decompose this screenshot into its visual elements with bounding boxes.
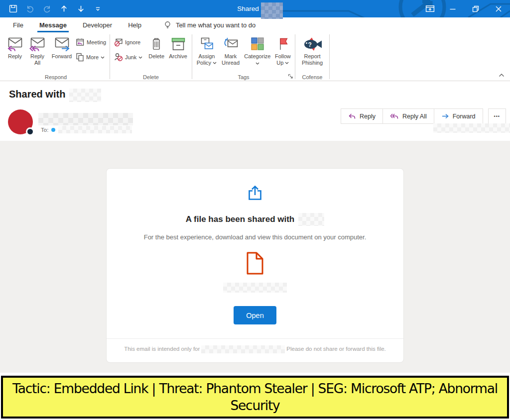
forward-icon xyxy=(53,35,70,52)
dialog-launcher-icon[interactable] xyxy=(287,73,294,80)
reply-all-icon xyxy=(29,35,46,52)
redacted-recipient-name xyxy=(298,213,324,226)
mark-unread-button[interactable]: Mark Unread xyxy=(219,33,242,66)
tab-file[interactable]: File xyxy=(5,17,31,32)
group-tags: Assign Policy Mark Unread Categorize xyxy=(192,32,295,81)
ribbon-display-options-icon[interactable] xyxy=(418,0,441,17)
reply-arrow-icon xyxy=(348,113,356,120)
delete-button[interactable]: Delete xyxy=(146,33,166,60)
mark-unread-icon xyxy=(223,35,239,52)
svg-text:?: ? xyxy=(308,41,312,48)
message-body: A file has been shared with For the best… xyxy=(0,141,510,373)
shared-file-card: A file has been shared with For the best… xyxy=(106,168,404,363)
fish-icon: ? xyxy=(302,35,322,52)
redacted-recipient xyxy=(58,126,132,133)
chevron-down-icon xyxy=(138,56,142,59)
presence-indicator xyxy=(26,127,34,136)
junk-icon xyxy=(114,53,123,62)
header-reply-button[interactable]: Reply xyxy=(341,108,383,124)
redacted-title-text xyxy=(261,2,283,19)
respond-small-buttons: Meeting More xyxy=(75,33,107,62)
reply-all-button[interactable]: Reply All xyxy=(26,33,49,66)
collapse-ribbon-icon[interactable] xyxy=(497,72,506,79)
header-forward-button[interactable]: Forward xyxy=(434,108,483,124)
sender-avatar[interactable] xyxy=(8,109,33,134)
recipient-presence-dot xyxy=(51,128,55,132)
group-label-tags: Tags xyxy=(192,74,295,80)
header-actions: Reply Reply All Forward ••• xyxy=(341,108,506,124)
card-heading: A file has been shared with xyxy=(186,213,325,226)
chevron-down-icon xyxy=(285,62,289,64)
redacted-filename xyxy=(223,283,287,293)
follow-up-button[interactable]: Follow Up xyxy=(273,33,293,66)
message-header: Shared with To: Reply Reply All xyxy=(0,81,510,141)
meeting-button[interactable]: Meeting xyxy=(75,37,107,47)
categorize-button[interactable]: Categorize xyxy=(242,33,272,66)
minimize-icon[interactable] xyxy=(441,0,464,17)
categorize-icon xyxy=(250,35,265,52)
threat-annotation-banner: Tactic: Embedded Link | Threat: Phantom … xyxy=(1,376,509,419)
tab-help[interactable]: Help xyxy=(120,17,149,32)
chevron-down-icon xyxy=(255,60,259,66)
quick-access-toolbar xyxy=(0,3,104,15)
reply-button[interactable]: Reply xyxy=(4,33,26,60)
lightbulb-icon xyxy=(163,20,172,29)
delete-small-buttons: Ignore Junk xyxy=(112,33,143,62)
group-divider xyxy=(329,34,330,79)
message-subject: Shared with xyxy=(9,88,101,101)
redacted-sender-name xyxy=(38,113,133,125)
redacted-subject-text xyxy=(69,89,101,102)
junk-button[interactable]: Junk xyxy=(113,52,143,62)
undo-icon[interactable] xyxy=(24,3,36,15)
window-controls xyxy=(418,0,510,17)
tell-me-box[interactable]: Tell me what you want to do xyxy=(163,17,255,32)
report-phishing-button[interactable]: ? Report Phishing xyxy=(297,33,327,66)
customize-qat-icon[interactable] xyxy=(92,3,104,15)
tab-message[interactable]: Message xyxy=(31,17,75,32)
trash-icon xyxy=(149,35,164,52)
ribbon: Reply Reply All Forward Meetin xyxy=(0,32,510,81)
meeting-icon xyxy=(76,38,85,47)
reply-all-arrow-icon xyxy=(390,113,399,120)
tell-me-label: Tell me what you want to do xyxy=(176,21,255,29)
save-icon[interactable] xyxy=(7,3,19,15)
group-delete: Ignore Junk Delete xyxy=(110,32,192,81)
more-actions-icon xyxy=(76,53,84,62)
assign-policy-button[interactable]: Assign Policy xyxy=(194,33,219,66)
threat-annotation-text: Tactic: Embedded Link | Threat: Phantom … xyxy=(7,380,503,414)
group-label-cofense: Cofense xyxy=(295,74,329,80)
card-subtitle: For the best experience, download and vi… xyxy=(144,233,367,241)
to-label: To: xyxy=(41,127,48,133)
assign-policy-icon xyxy=(199,35,215,52)
redacted-footer-email xyxy=(201,345,285,353)
redo-icon[interactable] xyxy=(41,3,53,15)
ignore-button[interactable]: Ignore xyxy=(113,37,143,47)
document-icon xyxy=(246,251,264,275)
archive-icon xyxy=(170,35,187,52)
move-down-icon[interactable] xyxy=(75,3,87,15)
recipient-row: To: xyxy=(41,126,132,133)
close-icon[interactable] xyxy=(487,0,510,17)
more-actions-button[interactable]: ••• xyxy=(488,108,506,124)
group-respond: Reply Reply All Forward Meetin xyxy=(2,32,110,81)
restore-icon[interactable] xyxy=(464,0,487,17)
follow-up-flag-icon xyxy=(275,35,290,52)
group-cofense: ? Report Phishing Cofense xyxy=(295,32,329,81)
outlook-message-window: Shared with File Message Developer Help xyxy=(0,0,510,420)
redacted-timestamp xyxy=(433,123,510,133)
chevron-down-icon xyxy=(213,62,217,64)
ribbon-tabs: File Message Developer Help Tell me what… xyxy=(0,17,510,32)
chevron-down-icon xyxy=(101,56,105,59)
header-reply-all-button[interactable]: Reply All xyxy=(382,108,434,124)
group-label-respond: Respond xyxy=(2,74,110,80)
forward-button[interactable]: Forward xyxy=(49,33,75,60)
group-label-delete: Delete xyxy=(110,74,192,80)
share-icon xyxy=(246,184,264,202)
tab-developer[interactable]: Developer xyxy=(75,17,120,32)
archive-button[interactable]: Archive xyxy=(166,33,190,60)
open-button[interactable]: Open xyxy=(234,306,276,324)
move-up-icon[interactable] xyxy=(58,3,70,15)
forward-arrow-icon xyxy=(441,113,449,120)
title-bar: Shared with xyxy=(0,0,510,17)
more-respond-button[interactable]: More xyxy=(75,52,107,62)
